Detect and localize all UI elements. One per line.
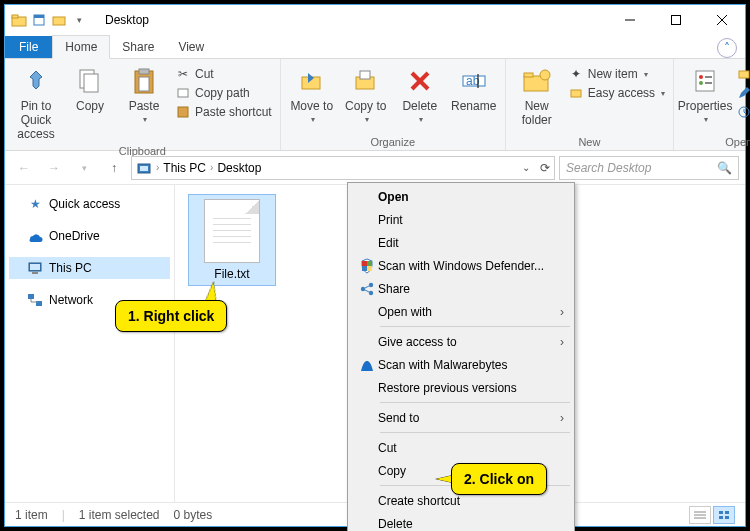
- maximize-button[interactable]: [653, 5, 699, 35]
- svg-line-61: [365, 290, 369, 292]
- qat-newfolder-icon[interactable]: [51, 12, 67, 28]
- status-selected: 1 item selected: [79, 508, 160, 522]
- menu-item-give-access-to[interactable]: Give access to: [350, 330, 572, 353]
- svg-rect-27: [571, 90, 581, 97]
- svg-rect-53: [362, 261, 367, 266]
- tab-share[interactable]: Share: [110, 36, 166, 58]
- svg-rect-15: [178, 107, 188, 117]
- easy-access-button[interactable]: Easy access▾: [566, 84, 667, 102]
- pin-quickaccess-button[interactable]: Pin to Quick access: [11, 63, 61, 143]
- properties-icon: [689, 65, 721, 97]
- svg-point-57: [369, 282, 373, 286]
- copy-path-button[interactable]: Copy path: [173, 84, 274, 102]
- shield-icon: [356, 258, 378, 274]
- menu-item-open[interactable]: Open: [350, 185, 572, 208]
- paste-shortcut-button[interactable]: Paste shortcut: [173, 103, 274, 121]
- nav-forward-button[interactable]: →: [41, 155, 67, 181]
- svg-rect-30: [705, 76, 712, 78]
- svg-rect-33: [739, 71, 749, 78]
- file-name: File.txt: [214, 267, 249, 281]
- svg-rect-56: [367, 266, 372, 271]
- explorer-icon: [11, 12, 27, 28]
- new-folder-button[interactable]: New folder: [512, 63, 562, 129]
- rename-button[interactable]: abRename: [449, 63, 499, 115]
- qat-properties-icon[interactable]: [31, 12, 47, 28]
- svg-rect-18: [360, 71, 370, 79]
- menu-item-scan-with-malwarebytes[interactable]: Scan with Malwarebytes: [350, 353, 572, 376]
- menu-item-send-to[interactable]: Send to: [350, 406, 572, 429]
- menu-separator: [380, 432, 570, 433]
- file-item[interactable]: File.txt: [189, 195, 275, 285]
- minimize-button[interactable]: [607, 5, 653, 35]
- view-icons-button[interactable]: [713, 506, 735, 524]
- newfolder-icon: [521, 65, 553, 97]
- ribbon-tabs: File Home Share View ˄: [5, 35, 745, 59]
- history-button[interactable]: History: [734, 103, 750, 121]
- properties-button[interactable]: Properties▾: [680, 63, 730, 126]
- menu-separator: [380, 402, 570, 403]
- menu-item-delete[interactable]: Delete: [350, 512, 572, 531]
- close-button[interactable]: [699, 5, 745, 35]
- ribbon-group-organize: Move to▾ Copy to▾ Delete▾ abRename Organ…: [281, 59, 506, 150]
- nav-back-button[interactable]: ←: [11, 155, 37, 181]
- network-icon: [27, 292, 43, 308]
- new-item-button[interactable]: ✦New item▾: [566, 65, 667, 83]
- paste-button[interactable]: Paste▾: [119, 63, 169, 126]
- pin-icon: [20, 65, 52, 97]
- nav-up-button[interactable]: ↑: [101, 155, 127, 181]
- tab-view[interactable]: View: [166, 36, 216, 58]
- menu-item-share[interactable]: Share: [350, 277, 572, 300]
- sidebar-item-quickaccess[interactable]: ★Quick access: [9, 193, 170, 215]
- svg-point-29: [699, 75, 703, 79]
- svg-rect-10: [84, 74, 98, 92]
- ribbon-help-button[interactable]: ˄: [717, 38, 737, 58]
- open-button[interactable]: Open▾: [734, 65, 750, 83]
- newitem-icon: ✦: [568, 66, 584, 82]
- menu-item-scan-with-windows-defender[interactable]: Scan with Windows Defender...: [350, 254, 572, 277]
- textfile-icon: [204, 199, 260, 263]
- callout-clickon: 2. Click on: [451, 463, 547, 495]
- search-input[interactable]: Search Desktop 🔍: [559, 156, 739, 180]
- copyto-icon: [350, 65, 382, 97]
- qat-dropdown-icon[interactable]: ▾: [71, 12, 87, 28]
- thispc-icon: [27, 260, 43, 276]
- tab-file[interactable]: File: [5, 36, 52, 58]
- copypath-icon: [175, 85, 191, 101]
- svg-rect-25: [524, 73, 533, 77]
- svg-rect-54: [367, 261, 372, 266]
- move-to-button[interactable]: Move to▾: [287, 63, 337, 126]
- callout-rightclick: 1. Right click: [115, 300, 227, 332]
- svg-rect-40: [140, 166, 148, 171]
- svg-rect-4: [53, 17, 65, 25]
- edit-icon: [736, 85, 750, 101]
- address-bar: ← → ▾ ↑ › This PC› Desktop ⌄ ⟳ Search De…: [5, 151, 745, 185]
- sidebar-item-onedrive[interactable]: OneDrive: [9, 225, 170, 247]
- copy-button[interactable]: Copy: [65, 63, 115, 115]
- sidebar-item-thispc[interactable]: This PC: [9, 257, 170, 279]
- menu-item-print[interactable]: Print: [350, 208, 572, 231]
- ribbon-group-clipboard: Pin to Quick access Copy Paste▾ ✂Cut Cop…: [5, 59, 281, 150]
- svg-rect-44: [28, 294, 34, 299]
- nav-recent-button[interactable]: ▾: [71, 155, 97, 181]
- status-count: 1 item: [15, 508, 48, 522]
- copy-icon: [74, 65, 106, 97]
- delete-button[interactable]: Delete▾: [395, 63, 445, 126]
- menu-item-edit[interactable]: Edit: [350, 231, 572, 254]
- copy-to-button[interactable]: Copy to▾: [341, 63, 391, 126]
- status-size: 0 bytes: [174, 508, 213, 522]
- breadcrumb[interactable]: This PC›: [163, 161, 213, 175]
- refresh-button[interactable]: ⟳: [540, 161, 550, 175]
- address-box[interactable]: › This PC› Desktop ⌄ ⟳: [131, 156, 555, 180]
- menu-item-cut[interactable]: Cut: [350, 436, 572, 459]
- menu-item-open-with[interactable]: Open with: [350, 300, 572, 323]
- moveto-icon: [296, 65, 328, 97]
- view-details-button[interactable]: [689, 506, 711, 524]
- menu-item-restore-previous-versions[interactable]: Restore previous versions: [350, 376, 572, 399]
- ribbon-group-open: Properties▾ Open▾ Edit History Open: [674, 59, 750, 150]
- cut-button[interactable]: ✂Cut: [173, 65, 274, 83]
- ribbon-group-new: New folder ✦New item▾ Easy access▾ New: [506, 59, 674, 150]
- edit-button[interactable]: Edit: [734, 84, 750, 102]
- tab-home[interactable]: Home: [52, 35, 110, 59]
- breadcrumb[interactable]: Desktop: [217, 161, 261, 175]
- address-dropdown-icon[interactable]: ⌄: [522, 162, 530, 173]
